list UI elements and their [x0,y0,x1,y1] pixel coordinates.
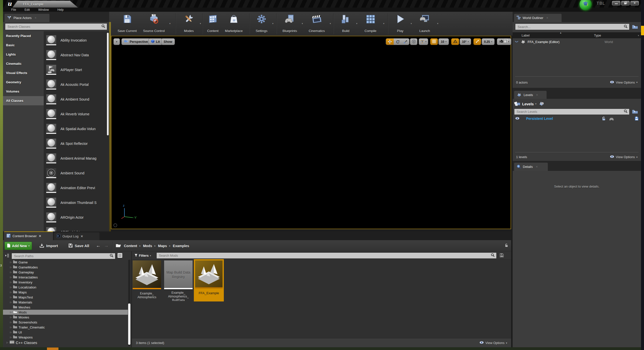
viewport-options-button[interactable]: ▾ [114,38,120,45]
show-flags-button[interactable]: Show [161,38,175,45]
marketplace-button[interactable]: u Marketplace [222,13,246,35]
list-item[interactable]: ARSky Light [44,225,109,231]
save-all-button[interactable]: Save All [68,242,89,250]
folder-row[interactable]: ▷Inventory [3,280,128,285]
category-visual-effects[interactable]: Visual Effects [3,68,44,78]
rotate-tool-button[interactable] [394,39,402,45]
grid-snap-value-button[interactable]: 10 ▾ [438,38,449,45]
list-item[interactable]: Ak Acoustic Portal [44,77,109,92]
rotation-snap-value-button[interactable]: 10° ▾ [460,38,471,45]
levels-tab[interactable]: Levels ✕ [514,91,546,99]
save-search-icon[interactable] [500,253,504,258]
sources-list-view-icon[interactable] [118,253,122,259]
source-control-dropdown-icon[interactable]: ▾ [169,22,170,25]
column-type[interactable]: Type [594,34,601,37]
translate-tool-button[interactable] [386,39,394,45]
list-item[interactable]: Ak Ambient Sound [44,92,109,107]
folder-row[interactable]: ▷Materials [3,300,128,305]
surface-snapping-button[interactable]: ▾ [419,38,428,45]
modes-button[interactable]: Modes [178,13,199,35]
expander-icon[interactable]: ▷ [10,331,13,333]
compile-button[interactable]: Compile [359,13,382,35]
asset-tile-selected[interactable]: FFA_Example [194,259,224,301]
world-local-space-button[interactable] [410,38,418,45]
add-new-button[interactable]: Add New ▾ [4,242,32,250]
expander-icon[interactable]: ▷ [10,281,13,283]
list-item[interactable]: Ambient Sound [44,166,109,180]
expander-icon[interactable]: ▷ [10,286,13,288]
content-button[interactable]: Content [205,13,221,35]
expander-icon[interactable]: ▷ [10,296,13,298]
folder-row[interactable]: ▷Screenshots [3,320,128,325]
level-viewport[interactable]: ▾ Perspective Lit Show ▾ 10 [111,36,511,229]
perspective-button[interactable]: Perspective [122,38,150,45]
minimize-button[interactable] [612,1,620,5]
expander-icon[interactable]: ▷ [10,321,13,323]
close-tab-icon[interactable]: ✕ [536,94,538,96]
expander-icon[interactable]: ▷ [10,336,13,338]
expander-icon[interactable]: ▷ [10,316,13,318]
level-row[interactable]: Persistent Level [512,116,641,122]
world-outliner-tab[interactable]: World Outliner ✕ [514,14,562,22]
folder-row[interactable]: ▷Gameplay [3,270,128,275]
scrollbar[interactable] [128,260,130,346]
persistent-level-label[interactable]: Persistent Level [526,117,553,121]
folder-row-selected[interactable]: ▷Mods [3,310,128,315]
modes-dropdown-icon[interactable]: ▾ [200,22,201,25]
blueprints-dropdown-icon[interactable]: ▾ [302,22,303,25]
list-item[interactable]: Ak Spot Reflector [44,136,109,151]
search-classes-box[interactable] [5,23,107,30]
breadcrumb-examples[interactable]: Examples [173,244,189,248]
close-button[interactable]: ✕ [630,1,639,5]
level-gamepad-icon[interactable] [609,117,614,122]
outliner-search-box[interactable] [515,24,630,30]
category-lights[interactable]: Lights [3,50,44,59]
menu-help[interactable]: Help [58,8,64,12]
folder-row[interactable]: ▷Interactables [3,275,128,280]
folder-row[interactable]: ▷UI [3,330,128,335]
category-all-classes[interactable]: All Classes [3,96,44,105]
levels-view-options[interactable]: View Options ▾ [610,155,638,159]
level-visibility-eye-icon[interactable] [515,116,520,121]
import-button[interactable]: Import [40,242,58,250]
level-lock-icon[interactable] [602,117,606,122]
list-item[interactable]: Ambient Animal Manag [44,151,109,166]
list-item[interactable]: Abstract Nav Data [44,48,109,62]
history-forward-button[interactable]: → [104,243,109,248]
expander-icon[interactable]: ▷ [10,261,13,263]
launch-dropdown-icon[interactable]: ▾ [437,22,438,25]
build-button[interactable]: Build [336,13,355,35]
menu-edit[interactable]: Edit [24,8,30,12]
category-volumes[interactable]: Volumes [3,87,44,96]
expander-icon[interactable]: ▷ [10,301,13,303]
expander-icon[interactable]: ▷ [10,276,13,278]
level-details-icon[interactable]: i [539,101,544,107]
breadcrumb-maps[interactable]: Maps [158,244,167,248]
folder-row[interactable]: ▷Weapons [3,335,128,340]
menu-window[interactable]: Window [38,8,49,12]
restore-button[interactable] [621,1,630,5]
menu-file[interactable]: File [11,8,16,12]
levels-search-input[interactable] [516,110,622,114]
cinematics-dropdown-icon[interactable]: ▾ [330,22,331,25]
cinematics-button[interactable]: Cinematics [305,13,329,35]
expander-icon[interactable]: ▷ [10,311,13,313]
search-paths-input[interactable] [14,254,108,258]
close-tab-icon[interactable]: ✕ [80,234,83,238]
levels-search-box[interactable] [514,109,630,115]
breadcrumb-mods[interactable]: Mods [143,244,152,248]
list-item[interactable]: Ability Invocation [44,33,109,48]
outliner-row-world[interactable]: FFA_Example (Editor) World [512,39,641,45]
scale-snap-toggle[interactable] [474,38,481,45]
launch-button[interactable]: Launch [413,13,436,35]
folder-row[interactable]: ▷Trailer_Cinematic [3,325,128,330]
category-recently-placed[interactable]: Recently Placed [3,31,44,41]
expander-icon[interactable]: ▷ [6,341,10,344]
list-item[interactable]: Animation Editor Previ [44,180,109,195]
list-item[interactable]: AROrigin Actor [44,210,109,225]
play-button[interactable]: Play [391,13,410,35]
expander-icon[interactable]: ▷ [10,291,13,293]
new-folder-icon[interactable]: + [632,24,638,30]
search-mods-box[interactable] [156,252,496,259]
play-dropdown-icon[interactable]: ▾ [411,22,412,25]
